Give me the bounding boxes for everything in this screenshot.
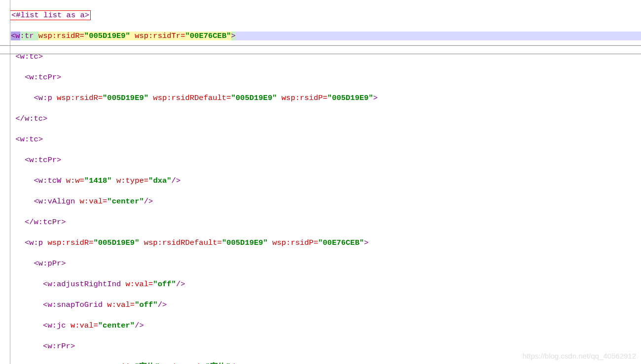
horizontal-rule-bottom (0, 54, 641, 54)
code-line[interactable]: <w:rPr> (11, 341, 641, 352)
code-line[interactable]: <w:snapToGrid w:val="off"/> (11, 300, 641, 310)
code-line[interactable]: </w:tcPr> (11, 217, 641, 228)
code-line[interactable]: <w:jc w:val="center"/> (11, 321, 641, 331)
watermark-text: https://blog.csdn.net/qq_40562912 (523, 351, 636, 361)
code-line[interactable]: <#list list as a> (11, 10, 641, 21)
code-line[interactable]: <w:tcPr> (11, 155, 641, 165)
code-line[interactable]: <w:p wsp:rsidR="005D19E9" wsp:rsidRDefau… (11, 238, 641, 248)
directive-list: <#list list as a> (11, 11, 89, 20)
code-line[interactable]: </w:tc> (11, 114, 641, 124)
code-area[interactable]: <#list list as a> <w:tr wsp:rsidR="005D1… (11, 0, 641, 364)
gutter (0, 0, 10, 364)
code-line[interactable]: <w:adjustRightInd w:val="off"/> (11, 279, 641, 290)
horizontal-rule-top (0, 45, 641, 46)
gutter-top-blank (0, 0, 10, 15)
editor-viewport: <#list list as a> <w:tr wsp:rsidR="005D1… (0, 0, 641, 364)
code-line[interactable]: <w:rFonts w:ascii="宋体" w:h-ansi="宋体"/> (11, 362, 641, 364)
code-line[interactable]: <w:pPr> (11, 259, 641, 269)
code-line[interactable]: <w:tcPr> (11, 72, 641, 83)
code-line[interactable]: <w:tcW w:w="1418" w:type="dxa"/> (11, 176, 641, 186)
code-line[interactable]: <w:vAlign w:val="center"/> (11, 197, 641, 207)
code-line[interactable]: <w:tc> (11, 134, 641, 145)
tag-tr-open: <w:tr (11, 32, 38, 40)
code-line-current[interactable]: <w:tr wsp:rsidR="005D19E9" wsp:rsidTr="0… (11, 31, 641, 41)
code-line[interactable]: <w:p wsp:rsidR="005D19E9" wsp:rsidRDefau… (11, 93, 641, 103)
